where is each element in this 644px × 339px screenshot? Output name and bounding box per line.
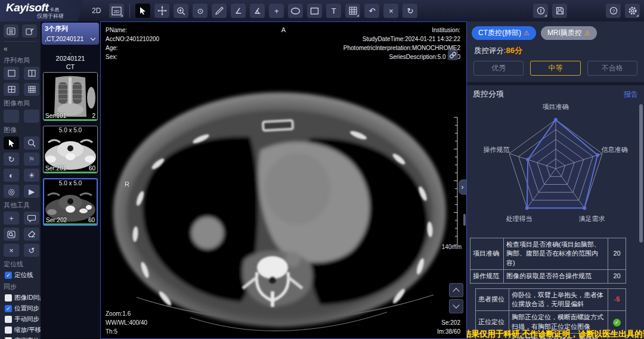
cine-play-button[interactable]: ▶ (24, 185, 39, 198)
report-form-button[interactable] (22, 24, 37, 38)
next-slice-button[interactable] (449, 299, 463, 313)
probe-button[interactable]: ⊙ (193, 4, 208, 18)
link-series-button[interactable] (448, 50, 458, 60)
layout-2x2-button[interactable] (4, 83, 19, 96)
length-measure-button[interactable] (212, 4, 227, 18)
sync-checkbox[interactable] (5, 294, 12, 301)
image-grid-button[interactable] (345, 4, 360, 18)
deduct-score: -5 (614, 296, 620, 303)
layout-2d-button[interactable]: 2D (109, 4, 124, 18)
locator-checkbox[interactable]: ✓ (5, 272, 12, 279)
reset-button[interactable]: ↻ (402, 4, 417, 18)
series-thumbnail-201[interactable]: 5.0 x 5.0 Ser:201 60 (43, 126, 98, 173)
undo-button[interactable]: ↶ (364, 4, 379, 18)
series-selector[interactable]: ,CT,20240121 (45, 35, 96, 42)
panel-expander-button[interactable]: › (459, 179, 466, 195)
sync-checkbox[interactable]: ✓ (5, 305, 12, 312)
pass-check-icon: ✓ (613, 319, 621, 326)
angle-measure-button[interactable]: ∠ (231, 4, 246, 18)
eraser-button[interactable] (24, 228, 39, 241)
sync-checkbox-row[interactable]: 缩放/平移 (5, 326, 37, 334)
layout-1x1-button[interactable] (4, 67, 19, 80)
qc-item-score: 20 (608, 238, 626, 270)
reset-ccw-button[interactable]: ↺ (24, 244, 39, 257)
img-layout-2x2-button[interactable] (4, 110, 19, 123)
qc-item-score: -5 (608, 288, 626, 311)
sync-checkbox[interactable] (5, 326, 12, 334)
layout-1x2-button[interactable] (24, 67, 39, 80)
grade-medium-button[interactable]: 中等 (530, 61, 580, 76)
series-list-button[interactable] (4, 24, 18, 38)
point-marker-button[interactable]: + (269, 4, 284, 18)
ellipse-roi-icon (290, 7, 301, 15)
qc-item-description: 图像的获取是否符合操作规范 (504, 270, 608, 283)
comment-button[interactable] (24, 212, 39, 225)
rotate-button[interactable]: ↻ (4, 153, 19, 166)
invert-button[interactable]: ◐ (4, 169, 19, 182)
thumb1-date: 20240121 (42, 54, 99, 63)
pan-button[interactable] (154, 4, 169, 18)
qc-item-name: 患者摆位 (476, 288, 509, 311)
previous-slice-button[interactable] (449, 283, 463, 297)
tab-ct-qc-label: CT质控(肺部) (478, 28, 521, 38)
slice-scrollbar[interactable] (463, 214, 466, 226)
collapse-panel-button[interactable]: « (4, 45, 37, 53)
zoom-in-button[interactable] (174, 4, 188, 18)
layout-3x3-button[interactable] (24, 83, 39, 96)
report-link[interactable]: 报告 (624, 89, 638, 99)
length-measure-icon (215, 7, 224, 15)
locator-section-label: 定位线 (4, 260, 37, 269)
magnifier-button[interactable] (24, 136, 39, 150)
text-annotation-button[interactable]: T (326, 4, 341, 18)
magnify-badge-button[interactable] (4, 228, 19, 241)
save-icon (556, 7, 564, 15)
help-button[interactable]: ? (606, 4, 621, 18)
view-status-overlay: Zoom:1.6 WW/WL:400/40 Th:5 (106, 309, 147, 336)
flip-button[interactable]: ⚑ (24, 153, 39, 166)
qc-item-score: 20 (608, 270, 626, 283)
sync-checkbox[interactable] (5, 316, 12, 323)
comment-icon (27, 214, 36, 222)
sync-checkbox-row[interactable]: 手动同步 (5, 315, 37, 324)
cobb-angle-button[interactable]: ∡ (250, 4, 265, 18)
sync-checkbox-row[interactable]: 窗宽窗位 (5, 337, 37, 339)
study-datetime: StudyDateTime:2024-01-21 14:32:22 (343, 35, 460, 43)
ellipse-roi-button[interactable] (288, 4, 303, 18)
left-sidebar: « 序列布局图像布局图像↻⚑◐☀◎▶其他工具+×↺ 定位线 ✓ 定位线 同步 图… (0, 21, 41, 339)
grade-excellent-button[interactable]: 优秀 (473, 61, 524, 76)
brightness-button[interactable]: ☀ (24, 169, 39, 182)
save-button[interactable] (552, 4, 567, 18)
rect-roi-button[interactable] (307, 4, 322, 18)
sidebar-group: +×↺ (4, 212, 41, 257)
accession-number: AccNO:2401210200 (106, 35, 159, 43)
report-button[interactable] (533, 4, 548, 18)
qc-item-description: 仰卧位，双臂上举抱头，患者体位摆放合适，无明显偏斜 (509, 288, 608, 311)
img-layout-3x3-button[interactable] (24, 110, 39, 123)
tab-mri-qc[interactable]: MRI脑质控 ⚠ (541, 26, 597, 40)
delete-button[interactable]: × (383, 4, 398, 18)
add-button[interactable]: + (4, 212, 19, 225)
ct-viewport[interactable]: PName: AccNO:2401210200 Age: Sex: A R In… (100, 21, 467, 339)
sync-checkbox-row[interactable]: ✓位置同步 (5, 304, 37, 313)
ruler-length-label: 140mm (442, 244, 462, 250)
radar-axis-label: 操作规范 (484, 145, 510, 154)
series-thumbnail-202[interactable]: 5.0 x 5.0 Ser:202 60 (43, 178, 98, 226)
qc-panel-scrollbar[interactable] (639, 104, 643, 242)
series-thumbnail-101[interactable]: Ser:101 2 (43, 72, 98, 121)
sidebar-tool-groups: 序列布局图像布局图像↻⚑◐☀◎▶其他工具+×↺ (4, 56, 37, 257)
report-icon (537, 7, 545, 15)
grade-fail-button[interactable]: 不合格 (587, 61, 637, 76)
radar-axis-label: 项目准确 (543, 102, 569, 111)
sync-checkbox-row[interactable]: 图像ID同步 (5, 294, 37, 302)
cursor-button[interactable] (135, 4, 150, 18)
cine-play-icon: ▶ (29, 188, 35, 195)
cursor-button[interactable] (4, 136, 19, 150)
localizer-button[interactable]: ◎ (4, 185, 19, 198)
settings-button[interactable] (625, 4, 640, 18)
locator-checkbox-label: 定位线 (14, 271, 33, 279)
radar-axis-label: 满足需求 (579, 214, 605, 223)
warning-icon: ⚠ (524, 30, 530, 36)
delete-button[interactable]: × (4, 244, 19, 257)
tab-ct-qc[interactable]: CT质控(肺部) ⚠ (472, 26, 536, 40)
locator-checkbox-row[interactable]: ✓ 定位线 (5, 271, 37, 279)
